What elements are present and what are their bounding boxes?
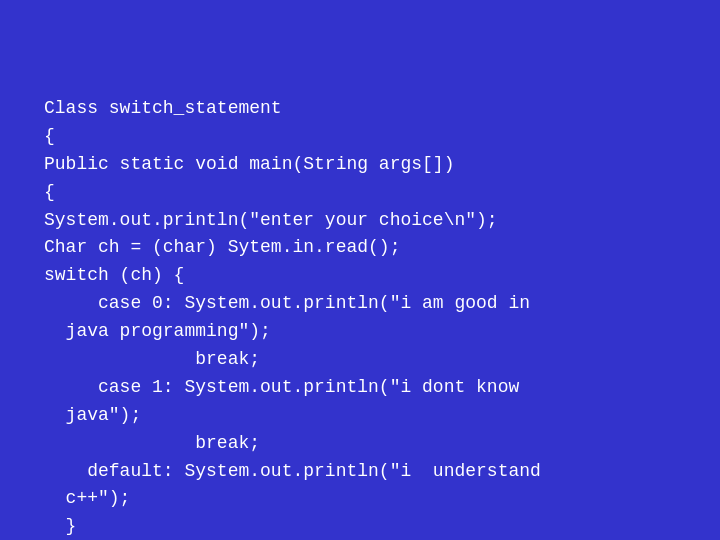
code-block: Class switch_statement { Public static v… xyxy=(44,95,676,540)
code-area: Class switch_statement { Public static v… xyxy=(0,85,720,540)
top-banner xyxy=(0,0,720,85)
